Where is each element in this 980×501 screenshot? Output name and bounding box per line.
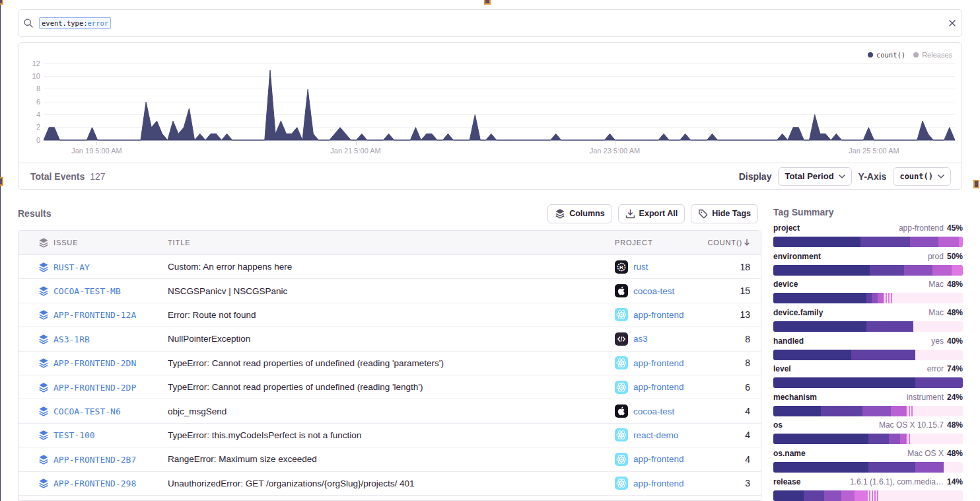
legend-label: Releases — [922, 51, 952, 59]
issue-stack-icon[interactable] — [18, 334, 53, 344]
tag-bar-segment[interactable] — [893, 293, 963, 303]
tag-bar-segment[interactable] — [773, 462, 868, 473]
issue-link[interactable]: COCOA-TEST-MB — [53, 286, 121, 296]
tag-bar-segment[interactable] — [773, 321, 866, 332]
tag-bar-segment[interactable] — [773, 293, 866, 303]
tag-bar-segment[interactable] — [855, 490, 866, 501]
project-link[interactable]: cocoa-test — [633, 286, 674, 296]
search-bar[interactable]: event.type:error — [18, 9, 962, 37]
col-header-issue[interactable]: ISSUE — [53, 239, 168, 247]
tag-bar-segment[interactable] — [880, 490, 963, 501]
col-header-project[interactable]: PROJECT — [615, 239, 704, 247]
issue-link[interactable]: AS3-1RB — [53, 334, 90, 344]
issue-stack-icon[interactable] — [18, 454, 53, 465]
table-row: APP-FRONTEND-298UnauthorizedError: GET /… — [18, 472, 761, 496]
issue-link[interactable]: APP-FRONTEND-2DN — [53, 358, 136, 368]
col-header-count[interactable]: COUNT() — [704, 239, 761, 247]
issue-link[interactable]: TEST-100 — [53, 430, 95, 440]
tag-bar-segment[interactable] — [773, 237, 860, 247]
project-link[interactable]: app-frontend — [633, 382, 684, 392]
project-link[interactable]: react-demo — [633, 430, 678, 440]
tag-bar-segment[interactable] — [824, 490, 841, 501]
tag-bar-segment[interactable] — [773, 377, 915, 388]
tag-bar-segment[interactable] — [866, 321, 914, 332]
issue-stack-icon[interactable] — [18, 478, 53, 488]
issue-link[interactable]: APP-FRONTEND-12A — [53, 310, 136, 320]
tag-bar-segment[interactable] — [900, 434, 906, 444]
tag-bar-segment[interactable] — [773, 490, 804, 501]
project-link[interactable]: app-frontend — [633, 310, 684, 320]
project-link[interactable]: app-frontend — [633, 479, 684, 488]
tag-bar-segment[interactable] — [870, 265, 904, 276]
issue-stack-icon[interactable] — [18, 262, 53, 272]
project-link[interactable]: rust — [633, 262, 648, 272]
tag-bar-segment[interactable] — [910, 237, 938, 247]
project-link[interactable]: app-frontend — [633, 454, 684, 464]
tag-bar-segment[interactable] — [915, 377, 963, 388]
issue-stack-icon[interactable] — [18, 286, 53, 296]
search-clear-icon[interactable] — [948, 19, 957, 28]
project-link[interactable]: as3 — [633, 334, 648, 344]
hide-tags-button[interactable]: Hide Tags — [691, 204, 758, 223]
tag-bar-segment[interactable] — [878, 293, 884, 303]
tag-bar-segment[interactable] — [913, 406, 963, 416]
tag-bar-segment[interactable] — [851, 350, 916, 360]
tag-bar-segment[interactable] — [952, 265, 963, 276]
tag-bar-segment[interactable] — [866, 293, 872, 303]
display-dropdown[interactable]: Total Period — [778, 167, 851, 186]
col-header-title[interactable]: TITLE — [168, 239, 615, 247]
issue-link[interactable]: COCOA-TEST-N6 — [53, 406, 121, 416]
tag-bar-segment[interactable] — [932, 265, 952, 276]
tag-bar-segment[interactable] — [773, 406, 821, 416]
project-link[interactable]: cocoa-test — [633, 406, 674, 416]
tag-bar-segment[interactable] — [913, 321, 963, 332]
issue-link[interactable]: APP-FRONTEND-2DP — [53, 383, 136, 393]
issue-stack-icon[interactable] — [18, 358, 53, 368]
search-query-token[interactable]: event.type:error — [39, 17, 111, 29]
legend-item[interactable]: Releases — [913, 51, 952, 59]
tag-bar-segment[interactable] — [773, 265, 870, 276]
tag-bar-segment[interactable] — [910, 434, 963, 444]
export-all-button[interactable]: Export All — [618, 204, 685, 223]
header-layers-icon[interactable] — [18, 237, 53, 248]
x-axis-tick — [356, 141, 357, 145]
issue-stack-icon[interactable] — [18, 382, 53, 393]
tag-bar-segment[interactable] — [773, 350, 851, 360]
issue-link[interactable]: APP-FRONTEND-298 — [53, 479, 136, 488]
tag-bar-segment[interactable] — [944, 462, 963, 473]
tag-bar-segment[interactable] — [872, 293, 878, 303]
issue-stack-icon[interactable] — [18, 406, 53, 416]
legend-item[interactable]: count() — [868, 51, 905, 59]
issue-link[interactable]: APP-FRONTEND-2B7 — [53, 455, 136, 465]
chevron-down-icon — [839, 174, 845, 178]
tag-bar-segment[interactable] — [883, 293, 892, 303]
tag-bar-segment[interactable] — [906, 406, 913, 416]
issue-stack-icon[interactable] — [18, 309, 53, 320]
tag-name: os — [773, 420, 783, 430]
tag-bar-segment[interactable] — [868, 462, 916, 473]
yaxis-dropdown[interactable]: count() — [893, 167, 951, 186]
tag-bar-segment[interactable] — [915, 462, 944, 473]
tag-bar-segment[interactable] — [891, 406, 906, 416]
y-axis-label: 2 — [18, 124, 40, 131]
chart-legend: count()Releases — [868, 51, 952, 59]
tag-bar-segment[interactable] — [860, 237, 910, 247]
tag-bar-segment[interactable] — [866, 490, 880, 501]
tag-bar-segment[interactable] — [804, 490, 825, 501]
tag-bar-segment[interactable] — [862, 406, 891, 416]
tag-bar-segment[interactable] — [904, 265, 932, 276]
tag-bar-segment[interactable] — [773, 434, 868, 444]
tag-bar-segment[interactable] — [821, 406, 862, 416]
columns-button[interactable]: Columns — [547, 204, 612, 223]
issue-link[interactable]: RUST-AY — [53, 262, 90, 272]
project-link[interactable]: app-frontend — [633, 358, 684, 368]
issue-stack-icon[interactable] — [18, 430, 53, 440]
tag-bar-segment[interactable] — [959, 237, 963, 247]
tag-bar-segment[interactable] — [938, 237, 960, 247]
tag-bar-segment[interactable] — [889, 434, 900, 444]
react-icon — [615, 477, 628, 490]
tag-bar-segment[interactable] — [841, 490, 855, 501]
tag-bar-segment[interactable] — [868, 434, 890, 444]
tag-bar-segment[interactable] — [915, 350, 963, 360]
event-count: 8 — [704, 334, 761, 344]
